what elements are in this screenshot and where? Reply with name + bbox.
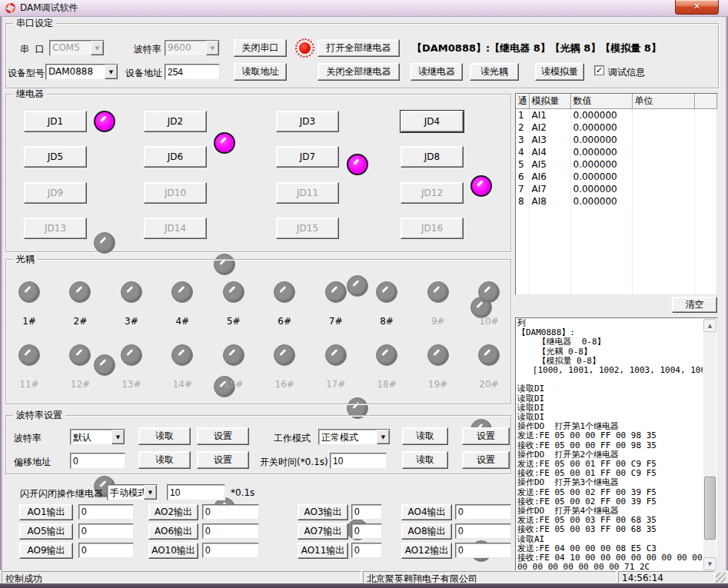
close-button[interactable]: ✕	[675, 0, 719, 15]
offset-read-button[interactable]: 读取	[138, 451, 191, 469]
ao8-value-input[interactable]	[455, 523, 511, 539]
relay-button-jd6[interactable]: JD6	[144, 146, 207, 168]
analog-table-header: 通 模拟量 数值 单位	[516, 94, 717, 109]
scroll-down-icon[interactable]: ▼	[703, 557, 716, 570]
relay-button-jd2[interactable]: JD2	[144, 111, 207, 132]
opto-led	[427, 281, 449, 303]
flash-mode-select[interactable]: 手动模式 ▼	[107, 484, 158, 500]
switch-time-input[interactable]	[330, 453, 387, 469]
ao4-output-button[interactable]: AO4输出	[401, 504, 452, 520]
opto-led	[223, 281, 244, 303]
baud-select[interactable]: 默认 ▼	[70, 429, 125, 445]
check-icon: ✓	[595, 66, 603, 75]
ao5-output-button[interactable]: AO5输出	[19, 523, 73, 540]
switch-time-label: 开关时间(*0.1s)	[260, 456, 328, 469]
baud-read-button[interactable]: 读取	[138, 427, 191, 445]
read-opto-button[interactable]: 读光耦	[470, 63, 519, 81]
open-all-relays-button[interactable]: 打开全部继电器	[317, 39, 400, 57]
device-address-input[interactable]	[165, 64, 220, 80]
relay-button-jd7[interactable]: JD7	[276, 146, 339, 168]
window-border-bottom	[0, 583, 728, 588]
ao1-value-input[interactable]	[78, 504, 134, 520]
col-filler	[694, 94, 717, 109]
port-label: 串 口	[20, 43, 45, 56]
ao7-value-input[interactable]	[351, 523, 382, 539]
opto-group: 光耦 1# 2# 3# 4# 5# 6# 7# 8# 9# 10# 11# 12…	[5, 259, 511, 404]
opto-indicator: 17#	[319, 344, 353, 390]
ao11-output-button[interactable]: AO11输出	[298, 543, 348, 559]
titlebar[interactable]: DAM调试软件	[0, 0, 728, 17]
close-serial-button[interactable]: 关闭串口	[234, 39, 287, 57]
ao3-value-input[interactable]	[351, 504, 382, 520]
table-row: 1AI10.000000	[516, 109, 717, 122]
model-select[interactable]: DAM0888 ▼	[45, 64, 118, 80]
ao6-value-input[interactable]	[202, 523, 259, 539]
flash-time-unit-label: *0.1s	[231, 487, 254, 498]
relay-button-jd3[interactable]: JD3	[276, 111, 339, 132]
read-analog-button[interactable]: 读模拟量	[535, 63, 584, 81]
read-relay-button[interactable]: 读继电器	[411, 63, 463, 81]
read-address-button[interactable]: 读取地址	[234, 63, 287, 81]
log-text[interactable]: 列 【DAM0888】: 【继电器 0-8】 【光耦 0-8】 【模拟量 0-8…	[517, 319, 703, 570]
work-mode-read-button[interactable]: 读取	[402, 427, 448, 445]
ao9-value-input[interactable]	[78, 543, 134, 558]
col-analog[interactable]: 模拟量	[529, 94, 570, 109]
baudrate-select: 9600 ▼	[165, 40, 220, 56]
col-value[interactable]: 数值	[570, 94, 632, 109]
ao6-output-button[interactable]: AO6输出	[148, 523, 198, 540]
clear-log-button[interactable]: 清空	[672, 297, 717, 313]
ao8-output-button[interactable]: AO8输出	[401, 523, 452, 540]
offset-address-input[interactable]	[70, 453, 125, 469]
table-row: 6AI60.000000	[516, 171, 717, 183]
ao5-value-input[interactable]	[78, 523, 134, 539]
ao2-value-input[interactable]	[202, 504, 259, 520]
close-all-relays-button[interactable]: 关闭全部继电器	[317, 63, 400, 81]
col-channel[interactable]: 通	[516, 94, 529, 109]
col-unit[interactable]: 单位	[632, 94, 694, 109]
debug-info-checkbox[interactable]: ✓	[594, 65, 604, 75]
ao7-output-button[interactable]: AO7输出	[298, 523, 348, 540]
opto-led	[478, 344, 500, 366]
opto-led	[376, 281, 397, 303]
table-row: 4AI40.000000	[516, 146, 717, 158]
flash-time-input[interactable]	[167, 484, 225, 500]
relay-led-jd2	[214, 132, 235, 154]
serial-group-title: 串口设定	[13, 18, 56, 28]
baud-label: 波特率	[14, 432, 42, 445]
ao3-output-button[interactable]: AO3输出	[298, 504, 348, 520]
ao10-output-button[interactable]: AO10输出	[148, 543, 198, 559]
ao12-value-input[interactable]	[455, 543, 511, 558]
relay-button-jd1[interactable]: JD1	[24, 111, 87, 132]
scrollbar-thumb[interactable]	[704, 477, 716, 540]
ao9-output-button[interactable]: AO9输出	[19, 543, 73, 559]
status-message: 控制成功	[2, 571, 361, 583]
relay-button-jd4[interactable]: JD4	[401, 111, 464, 132]
work-mode-set-button[interactable]: 设置	[462, 427, 510, 445]
work-mode-select[interactable]: 正常模式 ▼	[318, 429, 391, 445]
ao4-value-input[interactable]	[455, 504, 511, 520]
relay-button-jd8[interactable]: JD8	[401, 146, 464, 168]
serial-settings-group: 串口设定 串 口 COM5 ▼ 波特率 9600 ▼ 关闭串口 打开全部继电器 …	[5, 23, 719, 88]
ao2-output-button[interactable]: AO2输出	[148, 504, 198, 520]
ao11-value-input[interactable]	[351, 543, 382, 558]
log-panel[interactable]: 列 【DAM0888】: 【继电器 0-8】 【光耦 0-8】 【模拟量 0-8…	[515, 317, 718, 572]
opto-indicator: 15#	[217, 344, 251, 390]
opto-indicator: 1#	[12, 281, 46, 327]
ao12-output-button[interactable]: AO12输出	[401, 543, 452, 559]
opto-indicator: 9#	[421, 281, 455, 327]
switch-time-read-button[interactable]: 读取	[402, 451, 448, 469]
relay-button-jd9: JD9	[24, 182, 87, 204]
ao10-value-input[interactable]	[202, 543, 259, 558]
resize-grip[interactable]	[716, 573, 726, 583]
chevron-down-icon: ▼	[377, 430, 390, 444]
baud-set-button[interactable]: 设置	[197, 427, 249, 445]
ao1-output-button[interactable]: AO1输出	[19, 504, 73, 520]
offset-set-button[interactable]: 设置	[197, 451, 249, 469]
opto-led	[427, 344, 449, 366]
chevron-down-icon: ▼	[206, 41, 219, 55]
relay-button-jd16: JD16	[401, 218, 464, 239]
log-scrollbar[interactable]: ▲ ▼	[703, 319, 716, 570]
relay-button-jd5[interactable]: JD5	[24, 146, 87, 168]
scroll-up-icon[interactable]: ▲	[703, 319, 716, 332]
switch-time-set-button[interactable]: 设置	[462, 451, 510, 469]
